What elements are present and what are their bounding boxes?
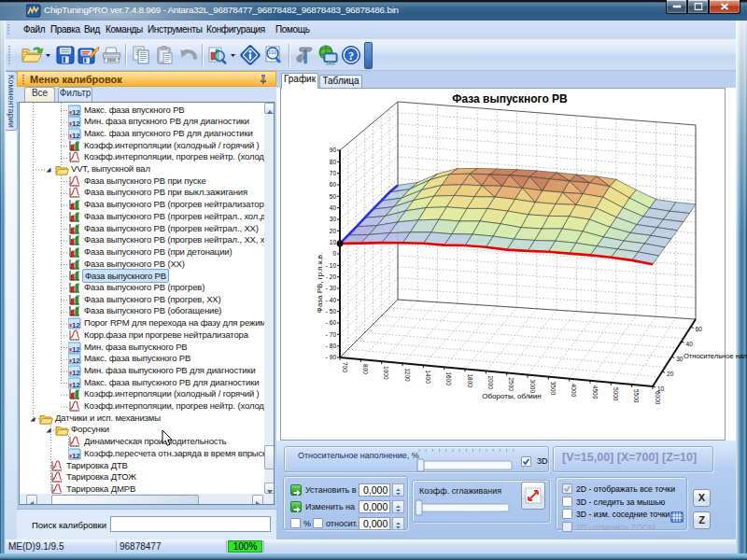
- svg-text:40: 40: [330, 204, 337, 211]
- svg-text:0: 0: [332, 250, 336, 257]
- svg-text:1200: 1200: [404, 368, 411, 382]
- svg-text:60: 60: [330, 181, 337, 188]
- svg-text:3500: 3500: [550, 382, 557, 396]
- svg-text:- 50: - 50: [326, 308, 337, 315]
- svg-text:800: 800: [362, 364, 369, 374]
- svg-text:- 30: - 30: [326, 285, 337, 291]
- svg-text:2500: 2500: [508, 378, 514, 392]
- svg-text:5500: 5500: [633, 389, 640, 403]
- svg-text:60: 60: [696, 326, 703, 332]
- svg-text:700: 700: [342, 362, 348, 372]
- svg-text:1600: 1600: [445, 371, 452, 385]
- svg-text:- 90: - 90: [326, 354, 337, 360]
- svg-text:1400: 1400: [425, 370, 431, 384]
- svg-text:30: 30: [330, 216, 337, 222]
- svg-text:10: 10: [330, 239, 337, 245]
- svg-text:40: 40: [686, 341, 694, 347]
- svg-text:Фаза РВ, гр.п.к.в.: Фаза РВ, гр.п.к.в.: [316, 253, 324, 313]
- svg-text:- 10: - 10: [326, 262, 337, 269]
- svg-text:6000: 6000: [655, 391, 661, 405]
- svg-text:1800: 1800: [467, 373, 473, 387]
- svg-text:90: 90: [330, 147, 337, 153]
- svg-text:80: 80: [330, 159, 337, 165]
- svg-text:1000: 1000: [383, 366, 389, 380]
- svg-text:- 40: - 40: [326, 297, 337, 303]
- svg-text:- 70: - 70: [326, 331, 337, 338]
- svg-text:50: 50: [330, 193, 337, 200]
- svg-text:- 80: - 80: [326, 343, 337, 349]
- svg-text:4000: 4000: [571, 384, 577, 398]
- svg-text:5000: 5000: [613, 387, 619, 401]
- svg-text:- 20: - 20: [326, 273, 337, 280]
- svg-text:70: 70: [330, 170, 337, 176]
- svg-text:20: 20: [667, 371, 674, 377]
- svg-text:20: 20: [330, 228, 337, 234]
- svg-text:2000: 2000: [487, 376, 494, 390]
- svg-text:?: ?: [348, 49, 354, 63]
- svg-text:Фаза выпускного РВ: Фаза выпускного РВ: [452, 92, 568, 105]
- svg-text:10: 10: [657, 385, 665, 392]
- svg-text:Относительное наполнение: Относительное наполнение: [684, 352, 747, 360]
- svg-text:4500: 4500: [592, 385, 599, 399]
- svg-text:Обороты, об/мин: Обороты, об/мин: [482, 392, 541, 400]
- svg-text:30: 30: [676, 356, 684, 362]
- svg-text:- 60: - 60: [326, 319, 337, 326]
